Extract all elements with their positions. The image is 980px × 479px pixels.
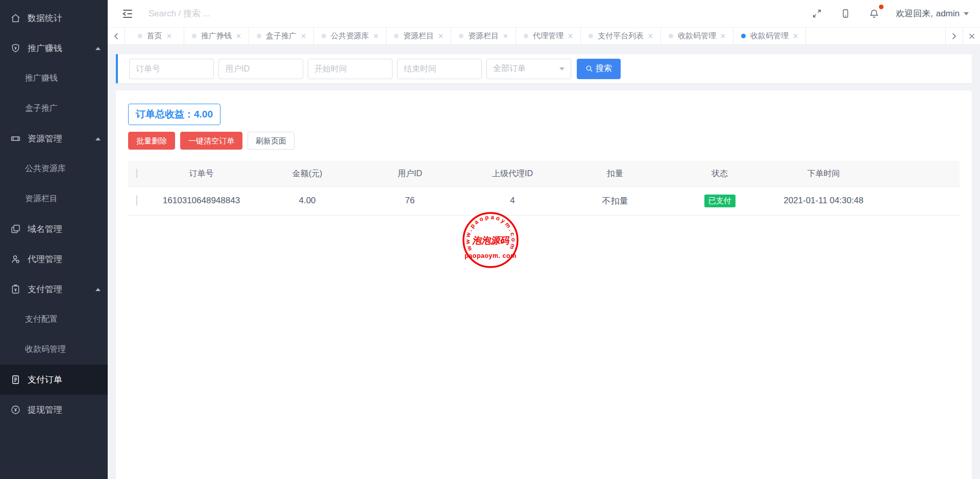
tab-payment-code-mgmt-1[interactable]: 收款码管理 [661,28,733,44]
total-revenue-label: 订单总收益： [136,109,194,119]
mobile-icon[interactable] [831,0,860,28]
sidebar-collapse-button[interactable] [121,7,134,20]
chevron-up-icon [95,137,101,140]
tab-close-icon[interactable] [167,34,172,38]
tab-close-icon[interactable] [374,34,378,38]
sidebar-item-box-promo[interactable]: 盒子推广 [0,93,108,124]
search-icon [585,65,593,73]
sidebar-item-label: 推广赚钱 [28,42,62,54]
tab-label: 支付平台列表 [598,31,644,41]
sidebar-item-public-resources[interactable]: 公共资源库 [0,154,108,184]
tabs-close-all-button[interactable] [963,28,980,44]
sidebar-item-payment-mgmt-group[interactable]: 支付管理 [0,274,108,304]
cell-amount: 4.00 [253,186,362,215]
chevron-down-icon [559,67,565,70]
end-time-input[interactable] [397,59,482,79]
table-header-row: 订单号 金额(元) 用户ID 上级代理ID 扣量 状态 下单时间 [128,161,960,186]
sidebar-item-domain-mgmt[interactable]: 域名管理 [0,214,108,244]
tab-close-icon[interactable] [438,34,443,38]
user-id-input[interactable] [218,59,303,79]
sidebar-item-label: 收款码管理 [25,344,66,355]
tab-close-icon[interactable] [503,34,508,38]
tabs-scroll-right-button[interactable] [945,28,963,44]
topbar: 欢迎回来, admin [108,0,980,28]
tab-agent-mgmt[interactable]: 代理管理 [516,28,581,44]
bell-icon[interactable] [860,0,889,28]
orders-table: 订单号 金额(元) 用户ID 上级代理ID 扣量 状态 下单时间 [128,161,960,215]
table-row: 1610310648948843 4.00 76 4 不扣量 已支付 2021-… [128,186,960,215]
tab-public-resources[interactable]: 公共资源库 [314,28,386,44]
sidebar-item-label: 资源栏目 [25,194,58,204]
document-icon [10,374,21,385]
refresh-page-button[interactable]: 刷新页面 [248,132,295,150]
cell-order-time: 2021-01-11 04:30:48 [776,186,871,215]
fullscreen-icon[interactable] [803,0,831,28]
sidebar-item-payment-orders[interactable]: 支付订单 [0,365,108,395]
tab-label: 推广挣钱 [201,31,232,41]
yen-circle-icon [10,404,21,415]
select-all-checkbox[interactable] [136,169,137,178]
sidebar-item-payment-config[interactable]: 支付配置 [0,304,108,334]
search-button[interactable]: 搜索 [577,59,621,79]
clear-all-orders-button[interactable]: 一键清空订单 [180,132,242,150]
tab-dot [741,34,746,38]
tab-label: 资源栏目 [468,31,499,41]
tab-label: 盒子推广 [266,31,297,41]
sidebar-item-withdraw-mgmt[interactable]: 提现管理 [0,395,108,425]
tab-close-icon[interactable] [793,34,798,38]
column-header: 用户ID [362,161,458,186]
status-badge: 已支付 [704,195,736,207]
tab-label: 代理管理 [533,31,564,41]
row-checkbox[interactable] [136,195,137,206]
tab-payment-platforms[interactable]: 支付平台列表 [581,28,661,44]
sidebar-item-resource-mgmt-group[interactable]: 资源管理 [0,124,108,154]
sidebar-item-agent-mgmt[interactable]: 代理管理 [0,244,108,274]
column-header: 上级代理ID [458,161,567,186]
filter-bar: 全部订单 搜索 [116,54,972,83]
bulk-delete-button[interactable]: 批量删除 [128,132,175,150]
order-type-select[interactable]: 全部订单 [486,59,571,79]
stamp-domain: paopaoym. com [464,252,517,259]
tab-payment-code-mgmt-active[interactable]: 收款码管理 [733,28,806,44]
start-time-input[interactable] [308,59,393,79]
order-no-input[interactable] [129,59,214,79]
tab-dot [459,34,463,38]
search-input[interactable] [148,8,803,19]
tab-close-icon[interactable] [568,34,573,38]
chevron-up-icon [95,47,101,50]
column-header: 订单号 [145,161,253,186]
order-type-value: 全部订单 [493,63,526,74]
sidebar-item-payment-code-mgmt[interactable]: 收款码管理 [0,334,108,365]
clipboard-yen-icon [10,284,21,295]
sidebar-item-promo-earn-group[interactable]: 推广赚钱 [0,33,108,63]
tab-close-icon[interactable] [301,34,306,38]
tab-close-icon[interactable] [721,34,725,38]
tab-label: 资源栏目 [403,31,434,41]
chevron-up-icon [95,288,101,291]
tab-resource-columns-1[interactable]: 资源栏目 [386,28,451,44]
tab-close-icon[interactable] [236,34,241,38]
sidebar-item-data-stats[interactable]: 数据统计 [0,3,108,33]
tabs-scroll-left-button[interactable] [108,28,125,44]
tab-dot [192,34,197,38]
watermark-stamp: www.paopaoym.com 泡泡源码 paopaoym. com [461,211,520,269]
user-menu[interactable]: 欢迎回来, admin [896,8,969,19]
tab-close-icon[interactable] [648,34,653,38]
tab-dot [589,34,593,38]
server-icon [10,133,21,144]
tabbar: 首页 推广挣钱 盒子推广 公共资源库 资源栏目 [108,28,980,45]
orders-card: 订单总收益：4.00 批量删除 一键清空订单 刷新页面 [116,90,972,479]
sidebar-item-resource-columns[interactable]: 资源栏目 [0,184,108,214]
cell-user-id: 76 [362,186,458,215]
tab-box-promo[interactable]: 盒子推广 [249,28,314,44]
tab-resource-columns-2[interactable]: 资源栏目 [451,28,516,44]
tab-home[interactable]: 首页 [125,28,184,44]
main-area: 欢迎回来, admin 首页 推广挣钱 [108,0,980,479]
sidebar-item-label: 推广赚钱 [25,73,58,84]
agent-icon [10,254,21,265]
tab-promo-earn[interactable]: 推广挣钱 [184,28,249,44]
tab-dot [322,34,326,38]
sidebar-item-label: 数据统计 [28,12,62,24]
sidebar-item-promo-earn[interactable]: 推广赚钱 [0,63,108,93]
notification-badge [879,5,884,9]
